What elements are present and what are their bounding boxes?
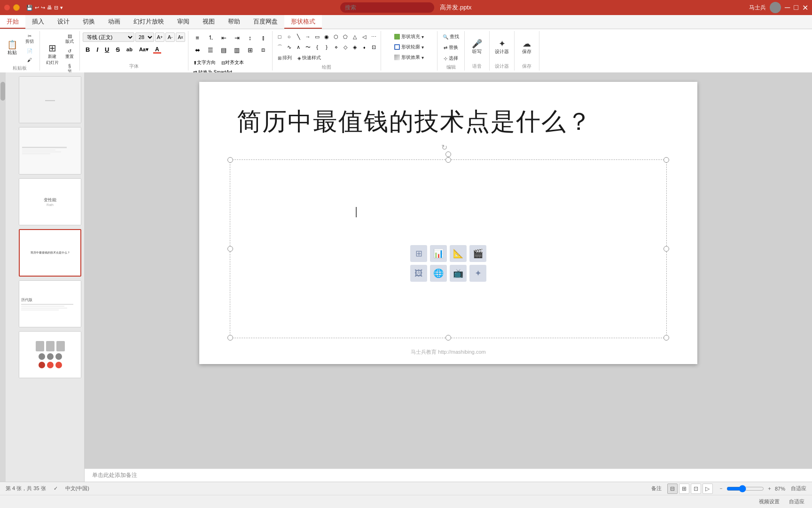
slide-thumb-3[interactable]: 变性能 Rath [19,178,81,225]
shape-brace2[interactable]: } [322,43,331,51]
shape-oval[interactable]: ○ [285,32,293,41]
close-btn[interactable] [4,4,10,11]
shape-pentagon[interactable]: ⬠ [341,32,350,41]
reset-button[interactable]: ↺重置 [62,47,77,61]
strikethrough-button[interactable]: S [113,44,123,55]
insert-media-icon[interactable]: 🎬 [469,245,486,262]
new-slide-button[interactable]: ⊞ 新建幻灯片 [43,41,62,67]
case-button[interactable]: Aa▾ [136,44,151,55]
shape-custom3[interactable]: ◈ [351,43,359,51]
handle-bot-left[interactable] [227,335,233,341]
rotate-handle[interactable] [445,151,451,157]
align-left-button[interactable]: ⬌ [191,45,203,55]
shape-rect2[interactable]: ▭ [313,32,321,41]
close-window[interactable]: ✕ [802,3,808,12]
format-painter-button[interactable]: 🖌 [23,56,37,64]
handle-top-left[interactable] [227,157,233,163]
select-button[interactable]: ⊹ 选择 [441,54,461,63]
layout-icon[interactable]: ⊟ [54,5,58,11]
designer-button[interactable]: ✦ 设计器 [492,38,511,56]
slide-thumb-1[interactable]: ▬▬▬ [19,76,81,123]
justify-button[interactable]: ▥ [231,45,243,55]
insert-online-pic-icon[interactable]: 🌐 [430,265,447,282]
accessibility-icon[interactable]: ✓ [54,485,58,492]
numbered-list-button[interactable]: ⒈ [204,32,217,43]
columns-button[interactable]: ⫿ [257,32,269,43]
tab-slideshow[interactable]: 幻灯片放映 [127,15,171,29]
insert-smartart-icon[interactable]: 📐 [450,245,467,262]
effect-dropdown-icon[interactable]: ▾ [422,55,424,60]
paste-button[interactable]: 📋 粘贴 [3,39,22,57]
increase-indent-button[interactable]: ⇥ [231,32,243,43]
bold-button[interactable]: B [83,44,93,55]
shape-custom1[interactable]: ⋄ [332,43,340,51]
slide-thumb-4[interactable]: 简历中最值钱的技术点是什么？ [19,229,81,277]
insert-chart-icon[interactable]: 📊 [430,245,447,262]
cloud-save-button[interactable]: ☁ 保存 [517,38,536,56]
shape-curve[interactable]: ∿ [285,43,293,51]
insert-picture-icon[interactable]: 🖼 [410,265,427,282]
decrease-indent-button[interactable]: ⇤ [218,32,230,43]
text-direction-button[interactable]: ⊞ [244,45,256,55]
auto-adapt-label[interactable]: 自适应 [789,498,804,505]
tab-transitions[interactable]: 切换 [76,15,102,29]
shape-effect-button[interactable]: 形状效果 ▾ [392,53,426,62]
insert-table-icon[interactable]: ⊞ [410,245,427,262]
shape-custom4[interactable]: ⬧ [360,43,368,51]
slide-sorter-button[interactable]: ⊞ [679,484,689,494]
font-name-select[interactable]: 等线 (正文) [83,32,134,42]
slide-thumb-6[interactable] [19,331,81,378]
handle-bot-center[interactable] [445,335,451,341]
shape-more[interactable]: ⋯ [369,32,378,41]
minimize-window[interactable]: ─ [785,3,790,12]
insert-icon-icon[interactable]: ✦ [469,265,486,282]
handle-top-center[interactable] [445,157,451,163]
insert-video-icon[interactable]: 📺 [450,265,467,282]
fit-button[interactable]: 自适应 [791,485,806,492]
video-settings-label[interactable]: 视频设置 [759,498,780,505]
tab-review[interactable]: 审阅 [171,15,196,29]
shadow-button[interactable]: ab [124,44,135,55]
shape-brace[interactable]: { [313,43,321,51]
tab-baidu[interactable]: 百度网盘 [247,15,284,29]
font-size-select[interactable]: 28 [135,32,154,42]
minimize-btn[interactable] [13,4,20,11]
align-center-button[interactable]: ☰ [204,45,217,55]
tab-animations[interactable]: 动画 [102,15,127,29]
layout-button[interactable]: ▤版式 [62,32,77,46]
quick-styles-button[interactable]: ◈快速样式 [295,53,323,63]
bullet-list-button[interactable]: ≡ [191,32,203,43]
zoom-out-icon[interactable]: － [718,485,724,492]
add-column-button[interactable]: ⧈ [257,45,269,55]
notes-button[interactable]: 备注 [651,485,662,492]
tab-design[interactable]: 设计 [51,15,76,29]
slide-title[interactable]: 简历中最值钱的技术点是什么？ [237,105,660,138]
slide-thumb-5[interactable]: 历代版 [19,280,81,327]
tab-insert[interactable]: 插入 [25,15,51,29]
font-size-up-button[interactable]: A+ [155,32,164,42]
tab-view[interactable]: 视图 [196,15,221,29]
maximize-window[interactable]: □ [794,3,798,12]
slide-thumb-2[interactable] [19,127,81,174]
clear-format-button[interactable]: Ax [176,32,185,42]
handle-top-right[interactable] [664,157,669,163]
handle-bot-right[interactable] [664,335,669,341]
scroll-thumb[interactable] [0,82,5,101]
handle-mid-left[interactable] [227,246,233,252]
tab-home[interactable]: 开始 [0,15,25,29]
handle-mid-right[interactable] [664,246,669,252]
slideshow-button[interactable]: ▷ [703,484,713,494]
slide-content-box[interactable]: | ⊞ 📊 📐 🎬 🖼 🌐 📺 ✦ [230,159,667,338]
replace-button[interactable]: ⇄ 替换 [441,43,461,52]
search-input[interactable] [340,2,434,13]
scroll-indicator[interactable] [0,72,6,482]
shape-custom2[interactable]: ◇ [341,43,350,51]
outline-dropdown-icon[interactable]: ▾ [422,45,424,50]
zoom-in-icon[interactable]: ＋ [767,485,772,492]
find-button[interactable]: 🔍 查找 [440,32,461,41]
shape-arrow[interactable]: → [304,32,312,41]
text-direction-btn[interactable]: ⬆ 文字方向 [191,57,218,68]
shape-freeform[interactable]: ∧ [294,43,303,51]
copy-button[interactable]: 📄 [23,47,37,55]
shape-line[interactable]: ╲ [294,32,303,41]
